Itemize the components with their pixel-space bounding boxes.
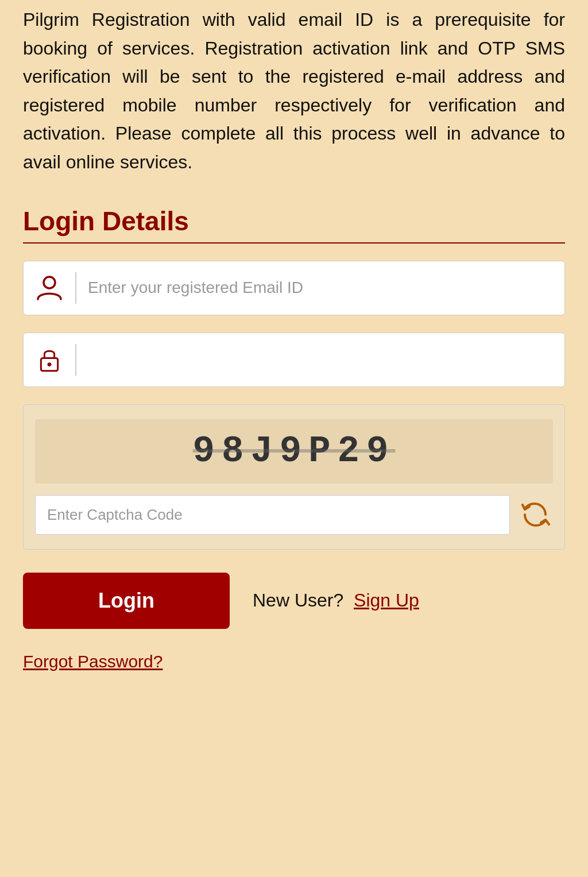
login-section: Login Details (23, 206, 565, 671)
svg-point-0 (44, 277, 55, 288)
captcha-image-area: 98J9P29 (35, 419, 553, 484)
lock-icon (35, 345, 64, 374)
new-user-label: New User? (253, 590, 343, 611)
login-button[interactable]: Login (23, 573, 230, 629)
password-input[interactable] (88, 350, 553, 369)
email-icon-divider (75, 272, 76, 304)
signup-link[interactable]: Sign Up (354, 590, 419, 611)
person-icon (35, 273, 64, 302)
captcha-refresh-button[interactable] (519, 497, 553, 532)
refresh-icon (521, 500, 550, 529)
forgot-password-link[interactable]: Forgot Password? (23, 652, 163, 671)
password-icon-divider (75, 344, 76, 376)
captcha-input[interactable] (35, 495, 510, 535)
login-heading: Login Details (23, 206, 565, 237)
bottom-row: Login New User? Sign Up (23, 573, 565, 629)
password-field-wrapper (23, 333, 565, 387)
intro-text: Pilgrim Registration with valid email ID… (23, 0, 565, 194)
page-container: Pilgrim Registration with valid email ID… (0, 0, 588, 706)
email-input[interactable] (88, 279, 553, 297)
svg-point-2 (48, 362, 52, 366)
new-user-text: New User? Sign Up (253, 590, 419, 611)
captcha-code: 98J9P29 (193, 431, 396, 472)
email-field-wrapper (23, 261, 565, 315)
captcha-box: 98J9P29 (23, 404, 565, 550)
login-divider (23, 242, 565, 244)
captcha-input-row (35, 495, 553, 535)
